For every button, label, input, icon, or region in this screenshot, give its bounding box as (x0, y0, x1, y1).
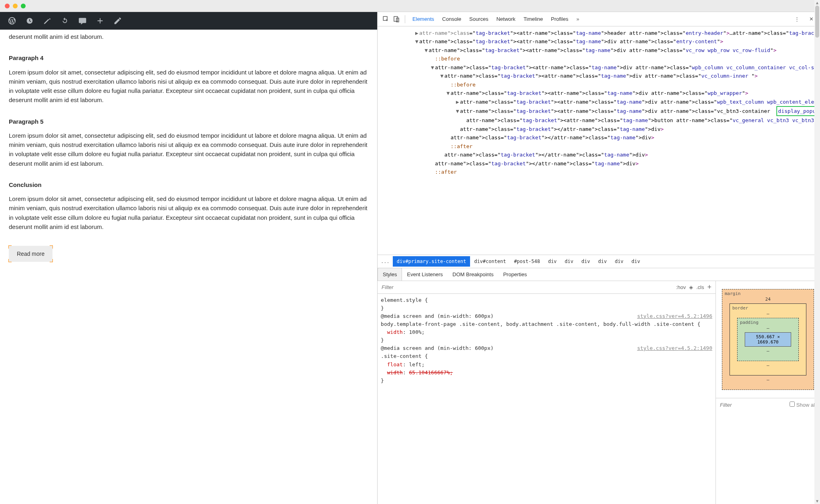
section-heading: Conclusion (9, 180, 368, 189)
tab-console[interactable]: Console (438, 16, 465, 22)
read-more-label: Read more (17, 251, 44, 257)
css-selector[interactable]: element.style { (381, 296, 715, 304)
dom-node[interactable]: ▼attr-name">class="tag-bracket"><attr-na… (378, 63, 817, 72)
tab-timeline[interactable]: Timeline (519, 16, 547, 22)
customize-icon[interactable] (41, 14, 54, 27)
breadcrumb-item[interactable]: #post-548 (510, 256, 544, 267)
box-border-top: – (737, 311, 799, 316)
css-selector[interactable]: body.template-front-page .site-content, … (381, 320, 715, 328)
dom-tree[interactable]: ▶attr-name">class="tag-bracket"><attr-na… (378, 26, 820, 255)
paragraph-text: Lorem ipsum dolor sit amet, consectetur … (9, 68, 368, 105)
box-model-diagram: margin 24 border – padding – 550.667 × 1… (716, 281, 820, 398)
dom-node[interactable]: attr-name">class="tag-bracket"></attr-na… (378, 159, 817, 168)
selection-corner-icon (50, 259, 53, 262)
tab-event-listeners[interactable]: Event Listeners (402, 271, 448, 277)
paragraph-text: deserunt mollit anim id est laborum. (9, 32, 368, 41)
svg-rect-1 (394, 16, 398, 21)
breadcrumb-item[interactable]: div#content (470, 256, 510, 267)
css-property[interactable]: width: 65.104166667%; (381, 369, 715, 377)
dom-node[interactable]: ▼attr-name">class="tag-bracket"><attr-na… (378, 72, 817, 80)
edit-icon[interactable] (111, 14, 124, 27)
breadcrumb-item[interactable]: div (611, 256, 627, 267)
animations-icon[interactable]: ◈ (689, 284, 693, 290)
box-margin-label: margin (725, 291, 741, 296)
box-margin-top: 24 (730, 297, 806, 302)
dom-node[interactable]: ::after (378, 168, 817, 176)
window-close-button[interactable] (5, 4, 10, 8)
box-margin-bottom: – (730, 377, 806, 382)
box-border-label: border (732, 305, 748, 311)
window-minimize-button[interactable] (13, 4, 18, 8)
tab-network[interactable]: Network (492, 16, 520, 22)
breadcrumb-item[interactable]: div (577, 256, 594, 267)
dom-node[interactable]: ::after (378, 142, 817, 151)
tab-dom-breakpoints[interactable]: DOM Breakpoints (448, 271, 498, 277)
css-property[interactable]: width: 100%; (381, 328, 715, 336)
selection-corner-icon (8, 245, 12, 249)
css-property[interactable]: float: left; (381, 361, 715, 369)
hov-toggle[interactable]: :hov (676, 284, 686, 290)
breadcrumb-ellipsis[interactable]: ... (378, 256, 393, 267)
cls-toggle[interactable]: .cls (696, 284, 704, 290)
device-toolbar-icon[interactable] (391, 14, 402, 24)
tab-sources[interactable]: Sources (465, 16, 492, 22)
css-selector[interactable]: .site-content { (381, 352, 715, 360)
section-heading: Paragraph 4 (9, 53, 368, 62)
browser-viewport: deserunt mollit anim id est laborum. Par… (0, 12, 377, 504)
updates-icon[interactable] (58, 14, 71, 27)
dom-node[interactable]: ▶attr-name">class="tag-bracket"><attr-na… (378, 98, 817, 106)
devtools-menu-icon[interactable]: ⋮ (792, 14, 802, 24)
read-more-button[interactable]: Read more (9, 246, 52, 262)
dom-node[interactable]: ::before (378, 54, 817, 63)
styles-filter-input[interactable] (382, 284, 676, 290)
show-all-checkbox[interactable]: Show all (790, 402, 816, 408)
dom-node[interactable]: attr-name">class="tag-bracket"></attr-na… (378, 133, 817, 142)
inspect-element-icon[interactable] (381, 14, 391, 24)
source-link[interactable]: style.css?ver=4.5.2:1496 (637, 312, 712, 320)
dom-node[interactable]: ▼attr-name">class="tag-bracket"><attr-na… (378, 37, 817, 46)
box-content-size: 550.667 × 1669.670 (745, 332, 791, 347)
window-titlebar (0, 0, 820, 12)
box-padding-label: padding (740, 320, 758, 325)
paragraph-text: Lorem ipsum dolor sit amet, consectetur … (9, 194, 368, 231)
styles-filter-bar: :hov ◈ .cls + (378, 281, 715, 294)
wordpress-logo-icon[interactable] (6, 14, 18, 27)
devtools-toolbar: Elements Console Sources Network Timelin… (378, 12, 820, 26)
new-rule-icon[interactable]: + (707, 283, 711, 291)
computed-filter-bar: Show all (716, 398, 820, 412)
window-zoom-button[interactable] (21, 4, 26, 8)
dom-node[interactable]: ▶attr-name">class="tag-bracket"><attr-na… (378, 29, 817, 37)
box-padding-bottom: – (745, 348, 791, 353)
dashboard-icon[interactable] (23, 14, 36, 27)
paragraph-text: Lorem ipsum dolor sit amet, consectetur … (9, 131, 368, 168)
dom-node[interactable]: ▼attr-name">class="tag-bracket"><attr-na… (378, 106, 817, 116)
tab-properties[interactable]: Properties (498, 271, 532, 277)
dom-node[interactable]: ▼attr-name">class="tag-bracket"><attr-na… (378, 46, 817, 54)
breadcrumb-item[interactable]: div (561, 256, 577, 267)
dom-breadcrumb: ... div#primary.site-content div#content… (378, 255, 820, 268)
devtools-panel: Elements Console Sources Network Timelin… (377, 12, 820, 504)
styles-tabs: Styles Event Listeners DOM Breakpoints P… (378, 268, 820, 281)
source-link[interactable]: style.css?ver=4.5.2:1490 (637, 344, 712, 352)
comments-icon[interactable] (76, 14, 89, 27)
dom-node[interactable]: attr-name">class="tag-bracket"></attr-na… (378, 151, 817, 159)
breadcrumb-item[interactable]: div (544, 256, 561, 267)
tab-elements[interactable]: Elements (408, 16, 438, 22)
tab-profiles[interactable]: Profiles (547, 16, 572, 22)
selection-corner-icon (50, 245, 53, 249)
computed-filter-input[interactable] (720, 402, 790, 408)
breadcrumb-item[interactable]: div#primary.site-content (393, 256, 470, 267)
box-border-bottom: – (737, 363, 799, 368)
new-icon[interactable] (94, 14, 107, 27)
tab-styles[interactable]: Styles (378, 268, 402, 281)
breadcrumb-item[interactable]: div (594, 256, 611, 267)
dom-node[interactable]: attr-name">class="tag-bracket"><attr-nam… (378, 116, 817, 124)
dom-node[interactable]: attr-name">class="tag-bracket"></attr-na… (378, 125, 817, 133)
dom-node[interactable]: ▼attr-name">class="tag-bracket"><attr-na… (378, 89, 817, 97)
post-content: deserunt mollit anim id est laborum. Par… (0, 27, 377, 273)
selection-corner-icon (8, 259, 12, 262)
breadcrumb-item[interactable]: div (627, 256, 644, 267)
css-rules-pane[interactable]: element.style {}@media screen and (min-w… (378, 294, 715, 504)
dom-node[interactable]: ::before (378, 80, 817, 89)
more-tabs-icon[interactable]: » (574, 16, 581, 22)
